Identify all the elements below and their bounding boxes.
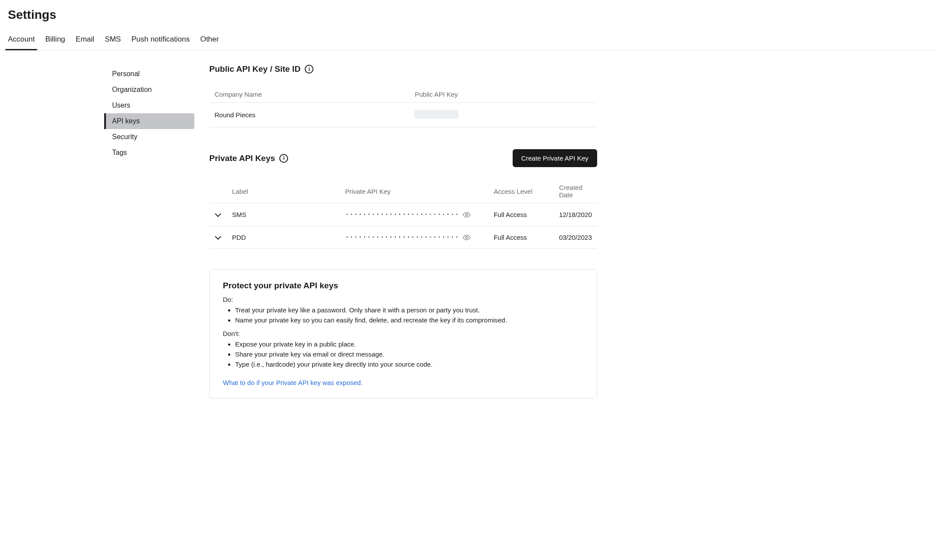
private-key-cell: ·························· bbox=[340, 203, 488, 226]
column-created-date: Created Date bbox=[554, 179, 597, 203]
created-date-cell: 12/18/2020 bbox=[554, 203, 597, 226]
protect-info-box: Protect your private API keys Do: Treat … bbox=[209, 269, 597, 399]
protect-box-title: Protect your private API keys bbox=[223, 281, 584, 290]
access-level-cell: Full Access bbox=[489, 203, 554, 226]
sidebar-item-organization[interactable]: Organization bbox=[104, 82, 194, 98]
list-item: Share your private key via email or dire… bbox=[235, 349, 584, 359]
key-label-cell: SMS bbox=[227, 203, 340, 226]
tab-sms[interactable]: SMS bbox=[105, 30, 121, 50]
table-row: SMS··························Full Access… bbox=[209, 203, 597, 226]
list-item: Expose your private key in a public plac… bbox=[235, 339, 584, 349]
list-item: Treat your private key like a password. … bbox=[235, 305, 584, 315]
company-name-cell: Round Pieces bbox=[209, 103, 409, 127]
sidebar-item-tags[interactable]: Tags bbox=[104, 145, 194, 161]
chevron-down-icon[interactable] bbox=[215, 233, 222, 240]
tab-billing[interactable]: Billing bbox=[45, 30, 65, 50]
info-icon[interactable] bbox=[279, 154, 288, 163]
sidebar-item-api-keys[interactable]: API keys bbox=[104, 113, 194, 129]
info-icon[interactable] bbox=[305, 65, 313, 74]
column-company-name: Company Name bbox=[209, 86, 409, 103]
eye-icon[interactable] bbox=[463, 211, 471, 219]
account-sidebar: PersonalOrganizationUsersAPI keysSecurit… bbox=[104, 64, 194, 399]
column-access-level: Access Level bbox=[489, 179, 554, 203]
tab-push-notifications[interactable]: Push notifications bbox=[131, 30, 190, 50]
private-api-section-title: Private API Keys bbox=[209, 154, 275, 163]
main-content: Public API Key / Site ID Company Name Pu… bbox=[194, 64, 606, 399]
create-private-api-key-button[interactable]: Create Private API Key bbox=[513, 149, 597, 167]
list-item: Type (i.e., hardcode) your private key d… bbox=[235, 359, 584, 369]
tab-other[interactable]: Other bbox=[200, 30, 219, 50]
table-row: Round Pieces bbox=[209, 103, 597, 127]
svg-point-1 bbox=[466, 237, 468, 239]
public-api-section-title: Public API Key / Site ID bbox=[209, 64, 300, 74]
svg-point-0 bbox=[466, 214, 468, 216]
eye-icon[interactable] bbox=[463, 234, 471, 242]
masked-key: ·························· bbox=[345, 233, 459, 241]
column-public-api-key: Public API Key bbox=[409, 86, 597, 103]
key-label-cell: PDD bbox=[227, 226, 340, 249]
column-private-api-key: Private API Key bbox=[340, 179, 488, 203]
redacted-key bbox=[415, 110, 458, 119]
exposed-key-link[interactable]: What to do if your Private API key was e… bbox=[223, 379, 362, 386]
sidebar-item-personal[interactable]: Personal bbox=[104, 66, 194, 82]
sidebar-item-users[interactable]: Users bbox=[104, 98, 194, 113]
private-key-cell: ·························· bbox=[340, 226, 488, 249]
list-item: Name your private key so you can easily … bbox=[235, 315, 584, 325]
access-level-cell: Full Access bbox=[489, 226, 554, 249]
chevron-down-icon[interactable] bbox=[215, 210, 222, 217]
public-api-table: Company Name Public API Key Round Pieces bbox=[209, 86, 597, 127]
sidebar-item-security[interactable]: Security bbox=[104, 129, 194, 145]
tab-account[interactable]: Account bbox=[8, 30, 35, 50]
do-label: Do: bbox=[223, 296, 584, 303]
created-date-cell: 03/20/2023 bbox=[554, 226, 597, 249]
settings-tabs: AccountBillingEmailSMSPush notifications… bbox=[0, 30, 936, 50]
dont-label: Don't: bbox=[223, 330, 584, 337]
table-row: PDD··························Full Access… bbox=[209, 226, 597, 249]
public-key-cell bbox=[409, 103, 597, 127]
column-label: Label bbox=[227, 179, 340, 203]
page-title: Settings bbox=[0, 8, 936, 30]
masked-key: ·························· bbox=[345, 210, 459, 218]
tab-email[interactable]: Email bbox=[76, 30, 95, 50]
private-api-table: Label Private API Key Access Level Creat… bbox=[209, 179, 597, 249]
